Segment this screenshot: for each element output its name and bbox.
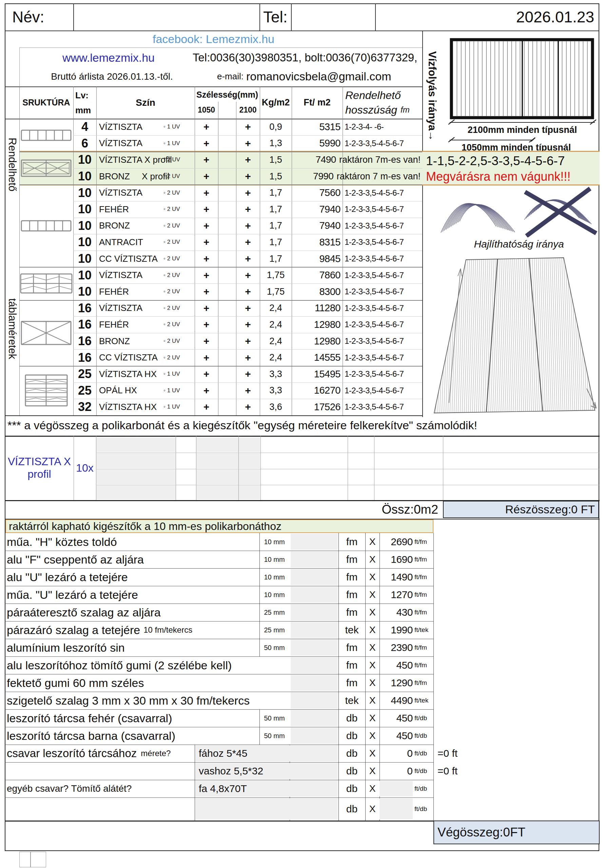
- xprofil-input-cell-r2-c0[interactable]: [96, 469, 176, 485]
- xprofil-input-cell-r3-c0[interactable]: [96, 486, 176, 500]
- xprofil-input-cell-r3-c1[interactable]: [197, 486, 238, 500]
- accessory-price: 2390: [379, 642, 413, 653]
- name-input-cell[interactable]: [75, 5, 258, 29]
- accessory-price-cell: 2690ft/fm: [379, 533, 432, 551]
- accessory-qty-cell[interactable]: [291, 622, 338, 638]
- screw-price-cell: 0ft/db: [379, 745, 432, 762]
- accessory-price-unit: ft/fm: [413, 679, 432, 687]
- screw-qty-cell[interactable]: [291, 745, 338, 762]
- accessory-x-label: X: [365, 551, 379, 568]
- grid-line: [348, 436, 348, 500]
- xprofil-input-cell-r2-c2[interactable]: [239, 469, 260, 485]
- row-plus-1050: +: [195, 201, 218, 218]
- accessory-qty-cell[interactable]: [291, 675, 338, 691]
- accessory-qty-cell[interactable]: [291, 604, 338, 621]
- xprofil-input-cell-r1-c0[interactable]: [96, 453, 176, 468]
- accessory-label: fektető gumi 60 mm széles: [7, 674, 258, 692]
- accessory-qty-cell[interactable]: [291, 639, 338, 656]
- accessory-price-unit: ft/db: [413, 732, 432, 739]
- accessory-price-cell: 450ft/db: [379, 727, 432, 745]
- screw-price-input[interactable]: [379, 799, 413, 819]
- tel-input-cell[interactable]: [292, 5, 374, 29]
- email-label: e-mail:: [217, 71, 244, 82]
- accessory-price-cell: 2390ft/fm: [379, 639, 432, 656]
- stock-note: raktáron 7m-es van!: [339, 155, 421, 165]
- row-price-value: 15495: [292, 366, 342, 382]
- rounding-note: *** a végösszeg a polikarbonát és a kieg…: [8, 416, 597, 436]
- accessory-qty-cell[interactable]: [291, 551, 338, 567]
- row-plus-2100: +: [236, 201, 260, 218]
- screw-price-input[interactable]: [379, 781, 413, 796]
- screw-size-cell[interactable]: fához 5*45: [195, 745, 292, 762]
- row-price-value: 16270: [292, 382, 342, 399]
- screw-size-cell[interactable]: fa 4,8x70T: [195, 781, 292, 797]
- row-lengths-value: 1-2-3-3,5-4-5-6-7: [345, 218, 421, 234]
- xprofil-input-cell-r1-c2[interactable]: [239, 453, 260, 468]
- accessory-label: alumínium leszorító sin: [7, 639, 258, 656]
- row-lv-value: 6: [73, 135, 96, 152]
- xprofil-input-cell-r0-c0[interactable]: [96, 437, 176, 452]
- row-plus-2100: +: [236, 333, 260, 350]
- accessory-x-label: X: [365, 639, 379, 656]
- water-flow-label: Vízfolyás iránya→: [423, 32, 441, 160]
- row-kg-value: 1,75: [260, 284, 292, 300]
- accessory-label-text: műa. "U" lezáró a tetejére: [7, 588, 138, 601]
- accessory-qty-cell[interactable]: [291, 728, 338, 744]
- screw-size-cell[interactable]: vashoz 5,5*32: [195, 763, 292, 779]
- header-width: Szélesség(mm): [195, 87, 260, 102]
- accessory-label-note: 10 fm/tekercs: [143, 625, 192, 635]
- grid-line: [19, 267, 422, 267]
- row-plus-1050: +: [195, 366, 218, 382]
- grid-line: [19, 366, 422, 367]
- accessory-price-cell: 1690ft/fm: [379, 551, 432, 568]
- xprofil-input-cell-r0-c1[interactable]: [197, 437, 238, 452]
- row-kg-value: 0,9: [260, 119, 292, 135]
- xprofil-qty-cell[interactable]: 10x: [74, 436, 96, 500]
- row-plus-2100: +: [236, 316, 260, 333]
- row-plus-1050: +: [195, 152, 218, 168]
- xprofil-input-cell-r1-c1[interactable]: [197, 453, 238, 468]
- row-lengths-value: 1-2-3-3,5-4-5-6-7: [345, 333, 421, 350]
- row-kg-value: 1,5: [260, 152, 292, 168]
- screw-x-label: X: [365, 745, 379, 762]
- screw-qty-cell[interactable]: [291, 781, 338, 797]
- row-plus-2100: +: [236, 251, 260, 267]
- accessory-label: műa. "H" köztes toldó: [7, 533, 258, 551]
- grid-line: [291, 3, 292, 31]
- website-link[interactable]: www.lemezmix.hu: [27, 48, 190, 67]
- accessory-qty-cell[interactable]: [291, 657, 338, 673]
- accessory-qty-cell[interactable]: [291, 587, 338, 603]
- screw-price-unit: ft/db: [413, 785, 432, 792]
- row-plus-1050: +: [195, 267, 218, 284]
- accessory-qty-cell[interactable]: [291, 569, 338, 585]
- accessory-qty-cell[interactable]: [291, 710, 338, 726]
- accessory-label-text: alu "U" lezáró a tetejére: [7, 570, 128, 584]
- accessory-qty-cell[interactable]: [291, 534, 338, 550]
- grid-line: [73, 399, 422, 399]
- accessories-header: raktárról kapható kigészítők a 10 mm-es …: [5, 520, 433, 533]
- row-lv-value: 10: [73, 152, 96, 168]
- accessory-label-text: műa. "H" köztes toldó: [7, 535, 117, 549]
- accessory-qty-cell[interactable]: [291, 692, 338, 709]
- row-plus-2100: +: [236, 234, 260, 251]
- header-length-1: Rendelhető: [345, 88, 422, 103]
- xprofil-input-cell-r0-c2[interactable]: [239, 437, 260, 452]
- email-wrap: e-mail:romanovicsbela@gmail.com: [217, 67, 421, 86]
- bottom-fragment-cell: [30, 852, 46, 867]
- stock-sizes-text: 1-1,5-2-2,5-3-3,5-4-5-6-7: [426, 153, 599, 169]
- honeycomb-icon: [23, 374, 69, 406]
- accessory-label: alu "F" cseppentő az aljára: [7, 551, 258, 568]
- accessory-unit: fm: [338, 551, 365, 568]
- accessory-price-cell: 1290ft/fm: [379, 674, 432, 692]
- row-plus-1050: +: [195, 284, 218, 300]
- screw-price-cell: ft/db: [379, 797, 432, 820]
- screw-qty-cell[interactable]: [291, 798, 338, 820]
- xprofil-input-cell-r2-c1[interactable]: [197, 469, 238, 485]
- screw-size-cell[interactable]: [195, 798, 292, 820]
- screw-qty-cell[interactable]: [291, 763, 338, 779]
- xprofil-input-cell-r3-c2[interactable]: [239, 486, 260, 500]
- bend-direction-graphic: [437, 186, 599, 237]
- row-kg-value: 1,7: [260, 234, 292, 251]
- facebook-link[interactable]: facebook: Lemezmix.hu: [5, 31, 422, 47]
- row-kg-value: 3,3: [260, 382, 292, 399]
